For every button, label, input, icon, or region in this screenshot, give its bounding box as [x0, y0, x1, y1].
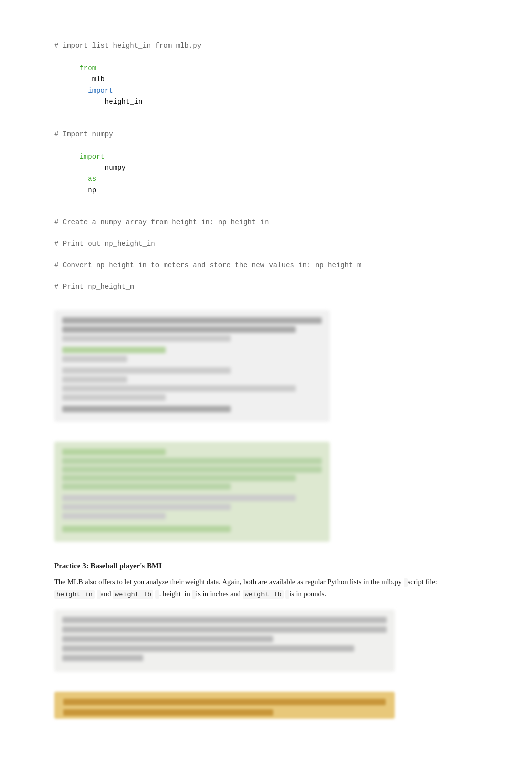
- comment-print-height-m: # Print np_height_m: [54, 281, 478, 292]
- practice3-text-inches: is in inches and: [196, 590, 242, 598]
- comment-create-array: # Create a numpy array from height_in: n…: [54, 217, 478, 228]
- var-height-in: height_in: [79, 98, 142, 106]
- spacer2: [54, 207, 478, 217]
- spacer-inline: [97, 590, 101, 599]
- blurred-output-2: [54, 442, 330, 542]
- blurred-exercise-block: [54, 692, 395, 719]
- weight-lb-inline: weight_lb: [113, 590, 153, 599]
- keyword-import: import: [79, 153, 104, 161]
- comment-import-height: # import list height_in from mlb.py: [54, 40, 478, 51]
- spacer7: [54, 432, 478, 442]
- weight-lb-inline2: weight_lb: [243, 590, 284, 599]
- code-section: # import list height_in from mlb.py from…: [54, 40, 478, 292]
- import-numpy-line: import numpy as np: [54, 140, 478, 207]
- spacer6: [54, 300, 478, 310]
- script-file-label: [404, 578, 408, 587]
- spacer4: [54, 249, 478, 259]
- practice3-title: Practice 3: Baseball player's BMI: [54, 562, 478, 570]
- blurred-instructions: [54, 610, 395, 672]
- comment-convert-height: # Convert np_height_in to meters and sto…: [54, 259, 478, 271]
- spacer1: [54, 119, 478, 129]
- keyword-from: from: [79, 64, 96, 72]
- page-content: # import list height_in from mlb.py from…: [0, 0, 532, 782]
- comment-import-numpy: # Import numpy: [54, 129, 478, 140]
- practice3-description: The MLB also offers to let you analyze t…: [54, 576, 478, 601]
- practice3-text-and: and: [101, 590, 113, 598]
- height-in-inline: height_in: [54, 590, 95, 599]
- practice3-text-pounds: is in pounds.: [289, 590, 326, 598]
- spacer9: [54, 682, 478, 692]
- bottom-spacer: [54, 727, 478, 782]
- comment-print-height: # Print out np_height_in: [54, 238, 478, 249]
- import-height-line: from mlb import height_in: [54, 51, 478, 118]
- keyword-as: as: [79, 175, 96, 183]
- spacer5: [54, 271, 478, 281]
- blurred-output-1: [54, 310, 330, 422]
- module-numpy: numpy: [79, 164, 125, 172]
- module-mlb: mlb: [79, 75, 104, 83]
- practice3-text-main: The MLB also offers to let you analyze t…: [54, 578, 402, 586]
- practice3-text-end: . height_in: [159, 590, 190, 598]
- spacer8: [54, 552, 478, 562]
- spacer-inline2: [155, 590, 159, 599]
- keyword-import: import: [79, 87, 113, 95]
- practice3-text-script: script file:: [408, 578, 437, 586]
- spacer3: [54, 228, 478, 238]
- alias-np: np: [79, 186, 96, 194]
